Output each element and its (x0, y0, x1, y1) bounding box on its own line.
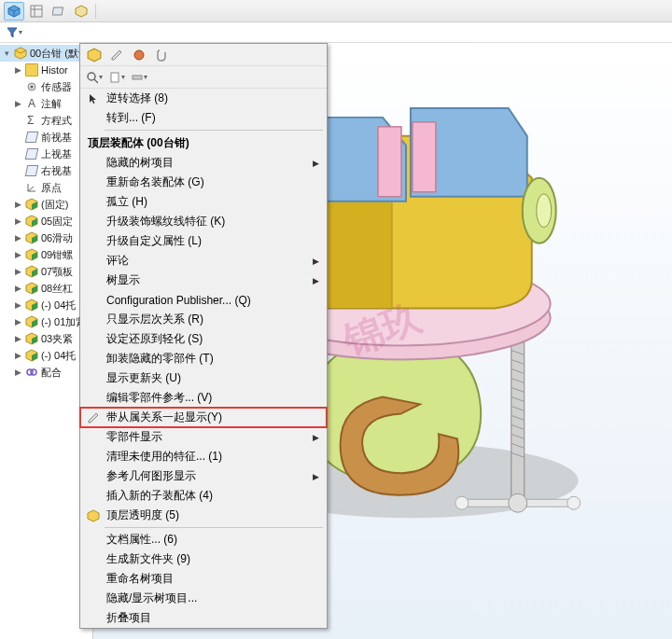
menu-item[interactable]: 只显示层次关系 (R) (80, 310, 327, 329)
menu-item-label: 转到... (F) (106, 110, 156, 126)
menu-item-label: 显示更新夹 (U) (106, 370, 181, 386)
menu-item[interactable]: 设定还原到轻化 (S) (80, 329, 327, 349)
part-icon (25, 282, 38, 295)
menu-item[interactable]: 转到... (F) (80, 108, 327, 128)
menu-item-label: 只显示层次关系 (R) (106, 312, 203, 327)
menu-item[interactable]: 重新命名装配体 (G) (80, 173, 327, 192)
svg-point-36 (31, 369, 36, 375)
context-menu-toolbar-1 (80, 44, 327, 66)
part-icon (25, 299, 38, 312)
context-menu: ▾ ▾ ▾ 逆转选择 (8)转到... (F)顶层装配体 (00台钳)隐藏的树项… (79, 43, 328, 629)
menu-zoom-icon[interactable]: ▾ (86, 69, 103, 86)
menu-item[interactable]: Configuration Publisher... (Q) (80, 290, 327, 310)
menu-item[interactable]: 隐藏/显示树项目... (80, 589, 327, 608)
menu-item-label: 卸装隐藏的零部件 (T) (106, 351, 214, 367)
part-icon (25, 349, 38, 362)
menu-item-label: 生成新文件夹 (9) (106, 551, 190, 567)
toolbar-feature-tree-icon[interactable] (4, 2, 24, 21)
menu-item-label: 隐藏/显示树项目... (106, 590, 197, 606)
menu-header: 顶层装配体 (00台钳) (80, 132, 327, 153)
expand-icon[interactable]: ▶ (13, 267, 22, 276)
menu-item-label: 逆转选择 (8) (106, 90, 168, 106)
menu-item-label: 评论 (106, 253, 129, 269)
origin-icon (25, 181, 38, 194)
menu-clip-icon[interactable] (153, 47, 170, 63)
menu-item-label: 文档属性... (6) (106, 532, 177, 548)
menu-item[interactable]: 隐藏的树项目▶ (80, 153, 327, 173)
menu-item[interactable]: 升级装饰螺纹线特征 (K) (80, 212, 327, 231)
menu-item[interactable]: 折叠项目 (80, 608, 327, 628)
submenu-arrow-icon: ▶ (313, 257, 319, 266)
menu-item[interactable]: 插入新的子装配体 (4) (80, 486, 327, 506)
menu-item-label: 零部件显示 (106, 429, 162, 445)
menu-item-label: 参考几何图形显示 (106, 468, 196, 484)
toolbar-cube2-icon[interactable] (71, 2, 91, 21)
part-icon (25, 248, 38, 261)
svg-point-60 (537, 194, 552, 228)
menu-cube-icon[interactable] (86, 47, 103, 63)
menu-item[interactable]: 显示更新夹 (U) (80, 368, 327, 388)
mate-icon (25, 366, 38, 379)
menu-item[interactable]: 清理未使用的特征... (1) (80, 447, 327, 466)
part-icon (25, 265, 38, 278)
expand-icon[interactable]: ▶ (13, 233, 22, 243)
menu-item[interactable]: 生成新文件夹 (9) (80, 549, 327, 569)
menu-doc-icon[interactable]: ▾ (108, 69, 125, 86)
svg-rect-57 (378, 127, 401, 197)
menu-item[interactable]: 重命名树项目 (80, 569, 327, 589)
svg-point-52 (455, 496, 469, 509)
menu-item-label: 升级装饰螺纹线特征 (K) (106, 214, 225, 229)
svg-rect-5 (52, 7, 63, 15)
expand-icon[interactable]: ▶ (13, 216, 22, 226)
note-icon: A (25, 97, 38, 110)
expand-icon[interactable]: ▶ (13, 351, 22, 360)
assembly-icon (14, 47, 27, 60)
menu-item-label: 重新命名装配体 (G) (106, 174, 204, 190)
expand-icon[interactable]: ▶ (13, 317, 22, 326)
menu-item[interactable]: 参考几何图形显示▶ (80, 466, 327, 486)
expand-icon[interactable]: ▶ (13, 334, 22, 343)
expand-icon[interactable]: ▶ (13, 65, 22, 75)
toolbar-plane-icon[interactable] (49, 2, 69, 21)
part-icon (25, 215, 38, 228)
menu-item-label: 树显示 (106, 272, 140, 288)
menu-item[interactable]: 编辑零部件参考... (V) (80, 388, 327, 408)
expand-icon[interactable]: ▾ (2, 49, 11, 58)
svg-point-68 (88, 73, 95, 80)
plane-icon (25, 164, 38, 177)
menu-separator (105, 527, 323, 528)
menu-item[interactable]: 带从属关系一起显示(Y) (80, 408, 327, 427)
menu-item[interactable]: 零部件显示▶ (80, 427, 327, 447)
toolbar-property-icon[interactable] (26, 2, 47, 21)
menu-item[interactable]: 评论▶ (80, 251, 327, 271)
menu-item-label: 折叠项目 (106, 610, 151, 626)
menu-sphere-icon[interactable] (131, 47, 147, 63)
plane-icon (25, 131, 38, 144)
menu-hide-icon[interactable]: ▾ (131, 69, 147, 86)
menu-pencil-icon[interactable] (108, 47, 125, 63)
svg-rect-38 (511, 341, 525, 500)
expand-icon[interactable]: ▶ (13, 200, 22, 209)
expand-icon[interactable]: ▶ (13, 99, 22, 108)
menu-item[interactable]: 顶层透明度 (5) (80, 506, 327, 525)
svg-text:A: A (28, 98, 35, 109)
sensor-icon (25, 80, 38, 93)
svg-point-54 (509, 493, 527, 512)
svg-marker-72 (88, 510, 99, 521)
menu-item[interactable]: 文档属性... (6) (80, 530, 327, 549)
toolbar-separator (95, 4, 96, 19)
filter-button[interactable]: ▾ (4, 24, 24, 41)
part-icon (25, 198, 38, 211)
menu-item[interactable]: 卸装隐藏的零部件 (T) (80, 349, 327, 368)
submenu-arrow-icon: ▶ (313, 472, 319, 481)
menu-item-label: 清理未使用的特征... (1) (106, 449, 222, 465)
menu-item-label: 带从属关系一起显示(Y) (106, 410, 222, 425)
menu-item[interactable]: 逆转选择 (8) (80, 89, 327, 108)
expand-icon[interactable]: ▶ (13, 368, 22, 377)
menu-item[interactable]: 升级自定义属性 (L) (80, 231, 327, 251)
menu-item[interactable]: 树显示▶ (80, 271, 327, 290)
menu-item[interactable]: 孤立 (H) (80, 192, 327, 212)
expand-icon[interactable]: ▶ (13, 250, 22, 259)
expand-icon[interactable]: ▶ (13, 284, 22, 293)
expand-icon[interactable]: ▶ (13, 300, 22, 310)
